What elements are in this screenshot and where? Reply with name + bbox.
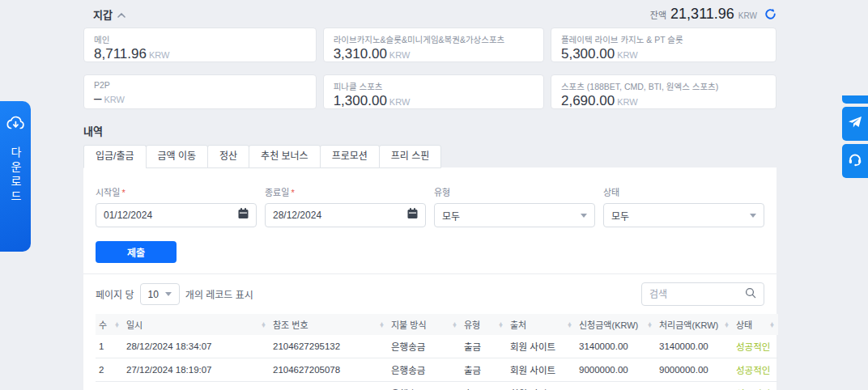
page-length-select[interactable]: 10 [140,283,180,305]
wallet-card-playtech: 플레이텍 라이브 카지노 & PT 슬롯 5,300.00KRW [551,28,777,62]
wallet-amount: – [94,91,101,106]
wallet-name: 플레이텍 라이브 카지노 & PT 슬롯 [561,33,766,45]
tab-referral-bonus[interactable]: 추천 보너스 [249,145,321,168]
search-box [641,282,764,306]
col-header-number[interactable]: 수▲▼ [96,314,123,335]
col-header-reference[interactable]: 참조 번호▲▼ [270,314,388,335]
start-date-label: 시작일 [96,188,120,197]
required-asterisk: * [121,188,125,197]
status-badge: 성공적인 [733,358,778,382]
wallet-name: 피나클 스포츠 [334,80,534,92]
status-field: 상태 모두 [603,185,764,227]
chevron-down-icon [581,214,587,218]
tab-deposit-withdrawal[interactable]: 입금/출금 [83,145,147,168]
wallet-name: 메인 [94,33,306,45]
wallet-cards: 메인 8,711.96KRW 라이브카지노&슬롯&미니게임&복권&가상스포츠 3… [83,28,777,115]
tab-promotion[interactable]: 프로모션 [320,145,380,168]
type-label: 유형 [434,185,595,198]
main-content: 지갑 잔액 21,311.96 KRW 메인 8,711.96KRW 라이브카지… [83,0,777,390]
status-select-value: 모두 [611,209,629,223]
page-title: 지갑 [93,6,113,22]
history-panel: 시작일* 종료일* 유형 [83,167,777,390]
balance-label: 잔액 [650,8,666,21]
tab-settlement[interactable]: 정산 [207,145,249,168]
col-header-payment-method[interactable]: 지불 방식▲▼ [388,314,461,335]
wallet-card-main: 메인 8,711.96KRW [83,28,317,62]
refresh-icon[interactable] [764,8,777,23]
wallet-name: 스포츠 (188BET, CMD, BTI, 원엑스 스포츠) [561,80,766,92]
calendar-icon[interactable] [238,208,249,223]
telegram-icon [848,116,862,132]
chevron-down-icon [750,214,756,218]
sort-icon: ▲▼ [379,322,385,328]
calendar-icon[interactable] [407,208,418,223]
col-header-datetime[interactable]: 일시▲▼ [123,314,270,335]
end-date-input[interactable] [273,210,407,221]
wallet-amount: 1,300.00 [334,93,387,108]
tab-amount-transfer[interactable]: 금액 이동 [146,145,209,168]
status-badge: 성공적인 [733,335,778,358]
wallet-amount: 8,711.96 [94,46,147,61]
page-length-prefix: 페이지 당 [96,287,134,301]
col-header-type[interactable]: 유형▲▼ [461,314,507,335]
page-length-control: 페이지 당 10 개의 레코드 표시 [96,283,253,305]
social-button-partial[interactable] [842,95,868,104]
status-select[interactable]: 모두 [603,203,764,227]
sort-icon: ▲▼ [498,322,504,328]
sort-icon: ▲▼ [567,322,572,328]
wallet-card-live-casino: 라이브카지노&슬롯&미니게임&복권&가상스포츠 3,310.00KRW [323,28,544,62]
sort-icon: ▲▼ [724,322,730,328]
sort-icon: ▲▼ [261,322,266,328]
start-date-field: 시작일* [96,185,257,227]
col-header-processed-amount[interactable]: 처리금액(KRW)▲▼ [656,314,733,335]
col-header-source[interactable]: 출처▲▼ [507,314,576,335]
balance-currency: KRW [738,11,757,20]
download-tab[interactable]: 다운로드 [0,101,31,252]
type-field: 유형 모두 [434,185,595,227]
sort-icon: ▲▼ [769,322,775,328]
wallet-card-pinnacle: 피나클 스포츠 1,300.00KRW [323,74,544,109]
chevron-up-icon [117,8,126,20]
wallet-name: P2P [94,80,306,90]
headset-icon [848,153,862,170]
status-label: 상태 [603,185,764,198]
right-rail [842,95,868,181]
required-asterisk: * [291,188,294,197]
telegram-button[interactable] [842,107,868,141]
wallet-currency: KRW [149,50,169,60]
type-select[interactable]: 모두 [434,203,595,227]
history-tabs: 입금/출금 금액 이동 정산 추천 보너스 프로모션 프리 스핀 [83,145,777,168]
sort-icon: ▲▼ [452,322,457,328]
table-header-row: 수▲▼ 일시▲▼ 참조 번호▲▼ 지불 방식▲▼ 유형▲▼ 출처▲▼ 신청금액(… [96,314,778,335]
submit-button[interactable]: 제출 [96,241,177,263]
wallet-amount: 3,310.00 [334,46,387,61]
wallet-header: 지갑 잔액 21,311.96 KRW [83,0,777,28]
wallet-currency: KRW [389,97,410,107]
wallet-currency: KRW [104,95,124,104]
page-length-value: 10 [148,289,159,300]
table-row: 3 27/12/2024 18:16:16 2104627980213 은행송금… [96,382,778,390]
support-button[interactable] [842,144,868,178]
col-header-status[interactable]: 상태▲▼ [733,314,778,335]
wallet-card-sports: 스포츠 (188BET, CMD, BTI, 원엑스 스포츠) 2,690.00… [551,74,777,109]
start-date-input[interactable] [104,210,238,221]
page-length-suffix: 개의 레코드 표시 [185,287,253,301]
sort-icon: ▲▼ [114,322,120,328]
wallet-currency: KRW [617,50,637,60]
search-input[interactable] [649,289,745,300]
sort-icon: ▲▼ [647,322,653,328]
search-icon [745,287,756,302]
wallet-currency: KRW [617,97,637,107]
wallet-amount: 2,690.00 [561,93,615,108]
wallet-currency: KRW [389,50,410,60]
end-date-label: 종료일 [265,188,289,197]
wallet-collapse-toggle[interactable]: 지갑 [93,6,126,22]
col-header-requested-amount[interactable]: 신청금액(KRW)▲▼ [576,314,656,335]
end-date-field: 종료일* [265,185,426,227]
status-badge: 성공적인 [733,382,778,390]
tab-free-spin[interactable]: 프리 스핀 [379,145,442,168]
wallet-card-p2p: P2P –KRW [83,74,317,109]
cloud-download-icon [6,114,25,135]
divider [83,273,777,274]
wallet-name: 라이브카지노&슬롯&미니게임&복권&가상스포츠 [334,33,534,45]
